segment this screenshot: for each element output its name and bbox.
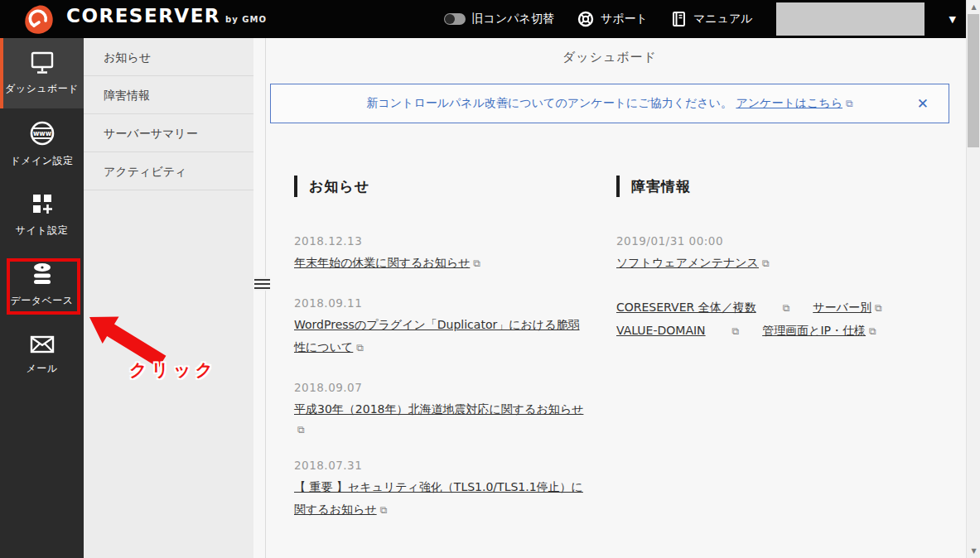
external-link-icon: ⧉ — [356, 342, 364, 354]
scrollbar-thumb[interactable] — [968, 14, 979, 147]
page-scrollbar[interactable]: ▲ ▼ — [966, 0, 980, 558]
news-date: 2018.09.11 — [294, 296, 586, 310]
news-item: 2018.07.31 【 重要 】セキュリティ強化（TLS1.0/TLS1.1停… — [294, 459, 586, 521]
content-divider — [265, 38, 266, 558]
external-link-icon: ⧉ — [875, 297, 882, 320]
svg-text:www: www — [32, 130, 51, 137]
survey-link[interactable]: アンケートはこちら — [736, 96, 842, 109]
legacy-panel-toggle[interactable]: 旧コンパネ切替 — [444, 12, 554, 26]
external-link-icon: ⧉ — [869, 320, 876, 343]
database-icon — [30, 262, 55, 286]
external-link-icon: ⧉ — [380, 504, 388, 516]
news-link[interactable]: 【 重要 】セキュリティ強化（TLS1.0/TLS1.1停止）に関するお知らせ — [294, 480, 583, 516]
support-link[interactable]: サポート — [577, 11, 648, 27]
incident-item: 2019/01/31 00:00 ソフトウェアメンテナンス⧉ — [616, 234, 890, 274]
external-link-icon: ⧉ — [846, 98, 853, 109]
scroll-up-arrow-icon[interactable]: ▲ — [967, 0, 980, 14]
news-section-title: お知らせ — [294, 176, 586, 197]
book-icon — [671, 11, 687, 27]
incidents-section-title: 障害情報 — [616, 176, 890, 197]
coreserver-logo-icon — [23, 5, 55, 34]
incident-scope-link[interactable]: VALUE-DOMAIN — [616, 324, 706, 337]
external-link-icon: ⧉ — [297, 424, 305, 435]
external-link-icon: ⧉ — [783, 297, 790, 320]
page-title: ダッシュボード — [253, 38, 966, 65]
news-item: 2018.09.11 WordPressのプラグイン「Duplicator」にお… — [294, 296, 586, 358]
news-date: 2018.09.07 — [294, 381, 586, 394]
annotation-click-label: クリック — [129, 358, 217, 382]
monitor-icon — [29, 51, 56, 75]
sidebar-item-mail[interactable]: メール — [0, 320, 84, 390]
lifebuoy-icon — [577, 11, 594, 27]
incident-date: 2019/01/31 00:00 — [616, 234, 890, 248]
sidebar-item-domain[interactable]: www ドメイン設定 — [0, 108, 84, 179]
sidebar-item-label: ダッシュボード — [5, 82, 79, 96]
news-link[interactable]: 年末年始の休業に関するお知らせ — [294, 256, 470, 269]
sidebar-item-sites[interactable]: サイト設定 — [0, 179, 84, 249]
sidebar-collapse-handle[interactable] — [254, 277, 270, 291]
survey-banner: 新コントロールパネル改善についてのアンケートにご協力ください。 アンケートはこち… — [270, 84, 949, 123]
manual-label: マニュアル — [693, 12, 753, 26]
external-link-icon: ⧉ — [732, 320, 740, 343]
legacy-panel-toggle-label: 旧コンパネ切替 — [472, 12, 554, 26]
globe-www-icon: www — [29, 120, 56, 147]
news-item: 2018.12.13 年末年始の休業に関するお知らせ⧉ — [294, 234, 586, 274]
incidents-column: 障害情報 2019/01/31 00:00 ソフトウェアメンテナンス⧉ CORE… — [616, 176, 890, 558]
sidebar-item-database[interactable]: データベース — [0, 249, 84, 320]
banner-close-button[interactable]: ✕ — [917, 95, 929, 112]
brand-byline: by GMO — [225, 15, 267, 24]
sidebar-item-dashboard[interactable]: ダッシュボード — [0, 38, 84, 108]
brand-logo[interactable]: CORESERVER by GMO — [23, 5, 267, 34]
account-name-redacted[interactable] — [776, 2, 924, 36]
banner-message: 新コントロールパネル改善についてのアンケートにご協力ください。 — [366, 96, 732, 109]
news-date: 2018.12.13 — [294, 234, 586, 248]
submenu-item-incidents[interactable]: 障害情報 — [84, 76, 253, 114]
caret-down-icon[interactable]: ▼ — [949, 14, 956, 25]
topbar: CORESERVER by GMO 旧コンパネ切替 サポート マニュアル ▼ — [0, 0, 966, 38]
external-link-icon: ⧉ — [762, 257, 770, 269]
primary-sidebar: ダッシュボード www ドメイン設定 サイト設定 データベース — [0, 38, 84, 558]
news-date: 2018.07.31 — [294, 459, 586, 472]
manual-link[interactable]: マニュアル — [671, 11, 753, 27]
dashboard-submenu: お知らせ 障害情報 サーバーサマリー アクティビティ — [84, 38, 253, 558]
main-content: ダッシュボード 新コントロールパネル改善についてのアンケートにご協力ください。 … — [253, 38, 966, 558]
brand-name: CORESERVER — [66, 5, 220, 26]
sidebar-item-label: ドメイン設定 — [10, 154, 73, 168]
site-grid-icon — [30, 191, 55, 216]
toggle-switch-icon — [444, 13, 466, 25]
incident-scope-link[interactable]: 管理画面とIP・仕様 — [762, 324, 866, 337]
submenu-item-server-summary[interactable]: サーバーサマリー — [84, 114, 253, 152]
external-link-icon: ⧉ — [473, 257, 480, 269]
sidebar-item-label: データベース — [10, 294, 73, 308]
incident-filter-links: CORESERVER 全体／複数⧉サーバー別⧉ VALUE-DOMAIN⧉管理画… — [616, 296, 890, 343]
submenu-item-activity[interactable]: アクティビティ — [84, 152, 253, 190]
incident-link[interactable]: ソフトウェアメンテナンス — [616, 256, 759, 269]
topbar-menu: 旧コンパネ切替 サポート マニュアル ▼ — [444, 2, 956, 36]
news-column: お知らせ 2018.12.13 年末年始の休業に関するお知らせ⧉ 2018.09… — [294, 176, 586, 558]
support-label: サポート — [601, 12, 648, 26]
mail-icon — [29, 334, 56, 354]
scroll-down-arrow-icon[interactable]: ▼ — [967, 544, 980, 558]
news-link[interactable]: WordPressのプラグイン「Duplicator」における脆弱性について — [294, 318, 580, 354]
submenu-item-news[interactable]: お知らせ — [84, 38, 253, 76]
incident-scope-link[interactable]: CORESERVER 全体／複数 — [616, 301, 756, 314]
sidebar-item-label: メール — [26, 362, 57, 376]
incident-scope-link[interactable]: サーバー別 — [813, 301, 871, 314]
news-item: 2018.09.07 平成30年（2018年）北海道地震対応に関するお知らせ⧉ — [294, 381, 586, 436]
sidebar-item-label: サイト設定 — [16, 224, 68, 238]
news-link[interactable]: 平成30年（2018年）北海道地震対応に関するお知らせ — [294, 402, 583, 416]
